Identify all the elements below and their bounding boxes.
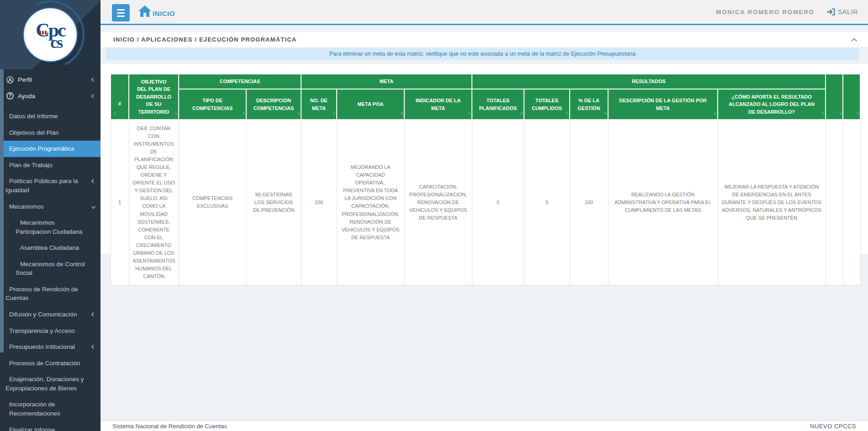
cpccs-logo-text: Cpc cs <box>36 21 64 49</box>
info-alert-text: Para eliminar un meta de esta matriz, ve… <box>329 51 636 57</box>
column-label: % DE LA GESTIÓN <box>577 98 600 111</box>
sidebar-item-datos-del-informe[interactable]: Datos del Informe <box>0 106 101 125</box>
column-header-indicador[interactable]: INDICADOR DE LA META ↑↓ <box>404 89 472 120</box>
sidebar-scrollbar[interactable] <box>0 69 4 352</box>
sidebar-item-politicas-publicas[interactable]: Políticas Públicas para la Igualdad <box>0 173 101 198</box>
sidebar-item-perfil[interactable]: Perfil <box>0 72 101 88</box>
sidebar-item-label: Datos del Informe <box>9 113 58 120</box>
column-label: TOTALES PLANIFICADOS <box>479 98 517 111</box>
group-label: META <box>380 79 393 84</box>
sidebar-item-procesos-contratacion[interactable]: Procesos de Contratación <box>0 355 101 372</box>
sidebar-item-presupuesto-institucional[interactable]: Presupuesto Intitucional <box>0 339 101 355</box>
chevron-left-icon <box>91 345 96 349</box>
sidebar-item-transparencia-acceso[interactable]: Transparencia y Acceso <box>0 323 101 339</box>
column-header-totales-cumplidos[interactable]: TOTALES CUMPLIDOS ↑↓ <box>524 89 570 120</box>
footer-right-text: NUEVO CPCCS <box>810 423 856 430</box>
column-header-objetivo[interactable]: OBJETIVO DEL PLAN DE DESARROLLO DE SU TE… <box>129 74 179 120</box>
sidebar-item-mecanismos-control-social[interactable]: Mecanismos de Control Social <box>0 256 101 281</box>
content-panel: # ↑↓ OBJETIVO DEL PLAN DE DESARROLLO DE … <box>101 64 868 254</box>
sidebar-item-proceso-rendicion-cuentas[interactable]: Proceso de Rendición de Cuentas <box>0 281 101 306</box>
sort-icon: ↑↓ <box>242 110 244 116</box>
column-header-no-de-meta[interactable]: NO. DE META ↑↓ <box>301 89 337 120</box>
column-label: INDICADOR DE LA META <box>416 98 460 111</box>
cell-meta-poa: MEJORANDO LA CAPACIDAD OPERATIVA., PREVE… <box>337 120 404 285</box>
logo-panel: Cpc cs <box>0 0 101 69</box>
sidebar-item-label: Asamblea Ciudadana <box>20 244 79 251</box>
logout-button[interactable]: SALIR <box>826 8 858 16</box>
breadcrumb[interactable]: INICIO / APLICACIONES / EJECUCIÓN PROGRA… <box>101 36 296 43</box>
sidebar-item-label: Procesos de Contratación <box>9 360 80 367</box>
column-header-meta-poa[interactable]: META POA ↑↓ <box>337 89 404 120</box>
sort-icon: ↑↓ <box>714 110 715 116</box>
group-header-competencias: COMPETENCIAS <box>179 74 301 89</box>
chevron-left-icon <box>91 94 96 98</box>
column-header-action-1[interactable]: ↑↓ <box>826 74 843 120</box>
sidebar-item-enajenacion-bienes[interactable]: Enajenación, Donaciones y Expropiaciones… <box>0 371 101 396</box>
sidebar-item-label: Objetivos del Plan <box>9 129 59 136</box>
footer: Sistema Nacional de Rendición de Cuentas… <box>101 420 868 431</box>
sidebar-item-label: Mecanismos <box>9 203 44 210</box>
user-name[interactable]: MONICA ROMERO ROMERO <box>716 9 814 16</box>
cell-action-2 <box>843 120 860 285</box>
column-label: TOTALES CUMPLIDOS <box>532 98 562 111</box>
column-header-descripcion-gestion[interactable]: DESCRIPCIÓN DE LA GESTIÓN POR META ↑↓ <box>608 89 718 120</box>
collapse-chevron-up-icon[interactable] <box>851 38 857 44</box>
cell-totales-planificados: 5 <box>472 120 524 285</box>
sidebar: Cpc cs Perfil ? Ayuda Datos del Informe … <box>0 0 101 431</box>
top-header: INICIO MONICA ROMERO ROMERO SALIR <box>101 0 868 25</box>
chevron-left-icon <box>91 78 96 82</box>
column-label: # <box>118 101 121 106</box>
table-row: 1 OE8. CONTAR CON INSTRUMENTOS DE PLANIF… <box>111 120 860 285</box>
cell-aporte: MEJORAR LA RESPUESTA Y ATENCIÓN DE EMERG… <box>718 120 826 285</box>
column-header-pct-gestion[interactable]: % DE LA GESTIÓN ↑↓ <box>570 89 608 120</box>
info-alert: Para eliminar un meta de esta matriz, ve… <box>106 48 859 60</box>
sidebar-item-asamblea-ciudadana[interactable]: Asamblea Ciudadana <box>0 240 101 256</box>
sort-icon: ↑↓ <box>520 110 522 116</box>
column-header-aporte[interactable]: ¿CÓMO APORTA EL RESULTADO ALCANZADO AL L… <box>718 89 826 120</box>
column-label: DESCRIPCION COMPETENCIAS <box>254 98 294 111</box>
sidebar-toggle-button[interactable] <box>112 4 130 21</box>
sidebar-item-label: Ejecución Programática <box>9 145 74 152</box>
cell-indicador: CAPACITACION, PROFESIONALIZACION, RENOVA… <box>404 120 472 285</box>
sidebar-item-incorporacion-recomendaciones[interactable]: Incorporación de Recomendaciones <box>0 396 101 421</box>
ejecucion-programatica-table: # ↑↓ OBJETIVO DEL PLAN DE DESARROLLO DE … <box>110 74 861 285</box>
home-label: INICIO <box>153 10 175 17</box>
cell-totales-cumplidos: 5 <box>524 120 570 285</box>
cell-num: 1 <box>111 120 129 285</box>
home-link[interactable]: INICIO <box>138 5 175 17</box>
column-header-num[interactable]: # ↑↓ <box>111 74 129 120</box>
sort-icon: ↑↓ <box>113 110 115 116</box>
sidebar-item-difusion-comunicacion[interactable]: Difusión y Comunicación <box>0 306 101 323</box>
sort-icon: ↑↓ <box>566 110 567 116</box>
column-header-tipo-competencias[interactable]: TIPO DE COMPETENCIAS ↑↓ <box>179 89 246 120</box>
cell-descripcion-competencias: M) GESTIONAR LOS SERVICIOS DE PREVENCIÓN <box>246 120 301 285</box>
column-header-totales-planificados[interactable]: TOTALES PLANIFICADOS ↑↓ <box>472 89 524 120</box>
column-label: DESCRIPCIÓN DE LA GESTIÓN POR META <box>619 98 707 111</box>
chevron-left-icon <box>91 179 96 184</box>
cell-descripcion-gestion: REALIZANDO LA GESTIÓN ADMINISTRATIVA Y O… <box>608 120 718 285</box>
sidebar-item-ejecucion-programatica[interactable]: Ejecución Programática <box>0 141 101 157</box>
sidebar-item-label: Difusión y Comunicación <box>9 311 77 318</box>
column-header-action-2[interactable]: ↑↓ <box>843 74 860 120</box>
sidebar-item-label: Mecanismos Participacion Ciudadana <box>16 219 82 235</box>
group-header-resultados: RESULTADOS <box>472 74 826 89</box>
sidebar-item-mecanismos[interactable]: Mecanismos <box>0 199 101 215</box>
sidebar-menu: Perfil ? Ayuda Datos del Informe Objetiv… <box>0 69 101 431</box>
sort-icon: ↑↓ <box>839 110 841 116</box>
sort-icon: ↑↓ <box>400 110 402 116</box>
sort-icon: ↑↓ <box>856 110 858 116</box>
column-header-descripcion-competencias[interactable]: DESCRIPCION COMPETENCIAS ↑↓ <box>246 89 301 120</box>
sidebar-item-plan-de-trabajo[interactable]: Plan de Trabajo <box>0 157 101 173</box>
sidebar-item-objetivos-del-plan[interactable]: Objetivos del Plan <box>0 125 101 141</box>
sidebar-item-finalizar-informe[interactable]: Finalizar Informe <box>0 422 101 431</box>
sidebar-item-label: Transparencia y Acceso <box>9 327 75 334</box>
sidebar-item-label: Presupuesto Intitucional <box>9 343 75 350</box>
column-label: OBJETIVO DEL PLAN DE DESARROLLO DE SU TE… <box>136 79 171 115</box>
sort-icon: ↑↓ <box>468 110 470 116</box>
sidebar-item-mecanismos-participacion[interactable]: Mecanismos Participacion Ciudadana <box>0 215 101 240</box>
home-icon <box>138 5 152 17</box>
sidebar-item-ayuda[interactable]: ? Ayuda <box>0 88 101 107</box>
sort-icon: ↑↓ <box>604 110 606 116</box>
group-label: COMPETENCIAS <box>220 79 260 84</box>
sidebar-item-label: Ayuda <box>18 92 35 101</box>
